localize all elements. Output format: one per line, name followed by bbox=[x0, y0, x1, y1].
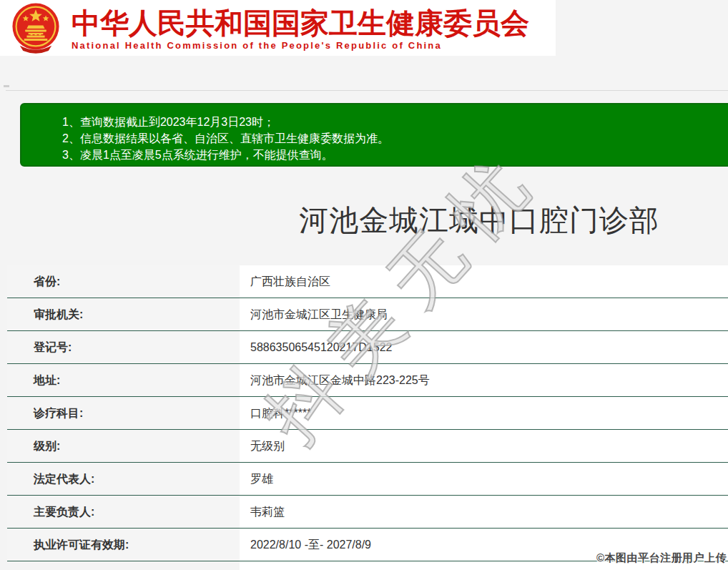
site-header: 中华人民共和国国家卫生健康委员会 National Health Commiss… bbox=[0, 0, 556, 56]
header-titles: 中华人民共和国国家卫生健康委员会 National Health Commiss… bbox=[72, 4, 529, 51]
table-row-province: 省份: 广西壮族自治区 bbox=[7, 265, 728, 298]
header-divider bbox=[6, 90, 728, 91]
table-row-level: 级别: 无级别 bbox=[7, 430, 728, 463]
field-label: 省份: bbox=[7, 265, 240, 298]
field-value: 河池市金城江区卫生健康局 bbox=[240, 298, 728, 330]
field-label: 诊疗科目: bbox=[7, 397, 240, 429]
divider-tick bbox=[4, 85, 9, 87]
table-row-address: 地址: 河池市金城江区金城中路223-225号 bbox=[7, 364, 728, 397]
table-row-approval-authority: 审批机关: 河池市金城江区卫生健康局 bbox=[7, 298, 728, 331]
table-row-legal-representative: 法定代表人: 罗雄 bbox=[7, 463, 728, 496]
institution-detail-table: 省份: 广西壮族自治区 审批机关: 河池市金城江区卫生健康局 登记号: 5886… bbox=[7, 265, 728, 561]
field-value: 58863506545120217D1522 bbox=[240, 331, 728, 363]
field-value: 无级别 bbox=[240, 430, 728, 462]
institution-name-title: 河池金城江城中口腔门诊部 bbox=[7, 201, 728, 240]
query-notice-panel: 1、查询数据截止到2023年12月3日23时； 2、信息数据结果以各省、自治区、… bbox=[20, 103, 728, 167]
image-copyright-badge: ©本图由平台注册用户上传 bbox=[596, 551, 727, 565]
field-label: 主要负责人: bbox=[7, 496, 240, 528]
notice-line-1: 1、查询数据截止到2023年12月3日23时； bbox=[62, 114, 728, 130]
field-label: 登记号: bbox=[7, 331, 240, 363]
field-value: 广西壮族自治区 bbox=[240, 265, 728, 298]
field-label: 审批机关: bbox=[7, 298, 240, 330]
field-value: 口腔科****** bbox=[240, 397, 728, 429]
table-row-principal: 主要负责人: 韦莉篮 bbox=[7, 496, 728, 529]
site-title-chinese: 中华人民共和国国家卫生健康委员会 bbox=[72, 7, 529, 39]
field-label: 地址: bbox=[7, 364, 240, 396]
field-value: 韦莉篮 bbox=[240, 496, 728, 528]
notice-line-3: 3、凌晨1点至凌晨5点系统进行维护，不能提供查询。 bbox=[62, 147, 728, 163]
field-value: 河池市金城江区金城中路223-225号 bbox=[240, 364, 728, 396]
table-row-departments: 诊疗科目: 口腔科****** bbox=[7, 397, 728, 430]
notice-line-2: 2、信息数据结果以各省、自治区、直辖市卫生健康委数据为准。 bbox=[62, 130, 728, 147]
field-label: 级别: bbox=[7, 430, 240, 462]
field-label: 法定代表人: bbox=[7, 463, 240, 495]
field-label: 执业许可证有效期: bbox=[7, 529, 240, 561]
field-value: 罗雄 bbox=[240, 463, 728, 495]
china-national-emblem-icon bbox=[6, 2, 66, 55]
site-title-english: National Health Commission of the People… bbox=[72, 40, 529, 51]
table-row-registration-number: 登记号: 58863506545120217D1522 bbox=[7, 331, 728, 364]
